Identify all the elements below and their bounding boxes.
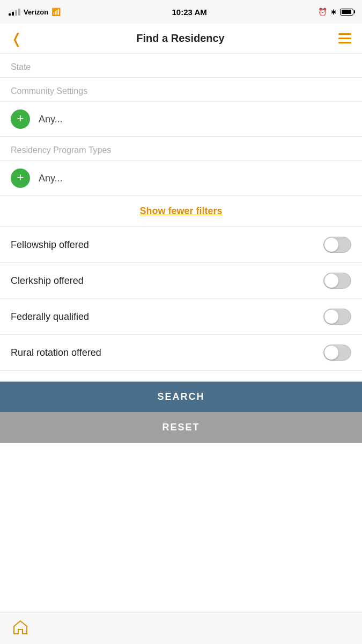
- content: State Community Settings + Any... Reside…: [0, 54, 362, 443]
- home-tab[interactable]: [11, 618, 30, 639]
- search-button[interactable]: SEARCH: [0, 382, 362, 412]
- page-title: Find a Residency: [136, 32, 225, 45]
- residency-program-types-row: + Any...: [0, 161, 362, 196]
- carrier-label: Verizon: [24, 8, 48, 16]
- clerkship-toggle-knob: [324, 274, 338, 288]
- status-time: 10:23 AM: [172, 8, 206, 17]
- community-settings-add-button[interactable]: +: [11, 109, 30, 129]
- menu-button[interactable]: [338, 33, 351, 43]
- fellowship-toggle[interactable]: [323, 237, 351, 253]
- clerkship-toggle[interactable]: [323, 273, 351, 289]
- residency-program-types-value: Any...: [39, 173, 63, 184]
- show-filters-row: Show fewer filters: [0, 196, 362, 227]
- fellowship-toggle-row: Fellowship offered: [0, 227, 362, 263]
- status-right: ⏰ ∗: [318, 8, 353, 16]
- show-fewer-filters-link[interactable]: Show fewer filters: [139, 206, 222, 216]
- rural-rotation-toggle[interactable]: [323, 345, 351, 361]
- fellowship-label: Fellowship offered: [11, 239, 89, 251]
- federally-qualified-toggle-knob: [324, 310, 338, 324]
- rural-rotation-toggle-knob: [324, 346, 338, 360]
- clerkship-label: Clerkship offered: [11, 275, 84, 287]
- status-left: Verizon 📶: [9, 8, 61, 16]
- rural-rotation-toggle-row: Rural rotation offered: [0, 335, 362, 371]
- residency-types-add-button[interactable]: +: [11, 169, 30, 188]
- back-button[interactable]: ❬: [11, 32, 23, 46]
- federally-qualified-toggle[interactable]: [323, 309, 351, 325]
- tab-bar: [0, 612, 362, 644]
- federally-qualified-label: Federally qualified: [11, 311, 89, 323]
- status-bar: Verizon 📶 10:23 AM ⏰ ∗: [0, 0, 362, 24]
- reset-button[interactable]: RESET: [0, 412, 362, 443]
- state-section-label: State: [0, 54, 362, 78]
- fellowship-toggle-knob: [324, 238, 338, 252]
- federally-qualified-toggle-row: Federally qualified: [0, 299, 362, 335]
- bluetooth-icon: ∗: [330, 8, 337, 16]
- plus-icon: +: [17, 113, 24, 125]
- residency-program-types-label: Residency Program Types: [0, 137, 362, 161]
- rural-rotation-label: Rural rotation offered: [11, 347, 101, 358]
- battery-icon: [340, 9, 353, 16]
- nav-bar: ❬ Find a Residency: [0, 24, 362, 54]
- plus-icon-2: +: [17, 172, 24, 184]
- alarm-icon: ⏰: [318, 8, 327, 16]
- buttons-section: SEARCH RESET: [0, 382, 362, 443]
- community-settings-value: Any...: [39, 114, 63, 125]
- community-settings-row: + Any...: [0, 102, 362, 137]
- clerkship-toggle-row: Clerkship offered: [0, 263, 362, 299]
- wifi-icon: 📶: [51, 8, 61, 16]
- community-settings-label: Community Settings: [0, 78, 362, 102]
- signal-icon: [9, 9, 20, 16]
